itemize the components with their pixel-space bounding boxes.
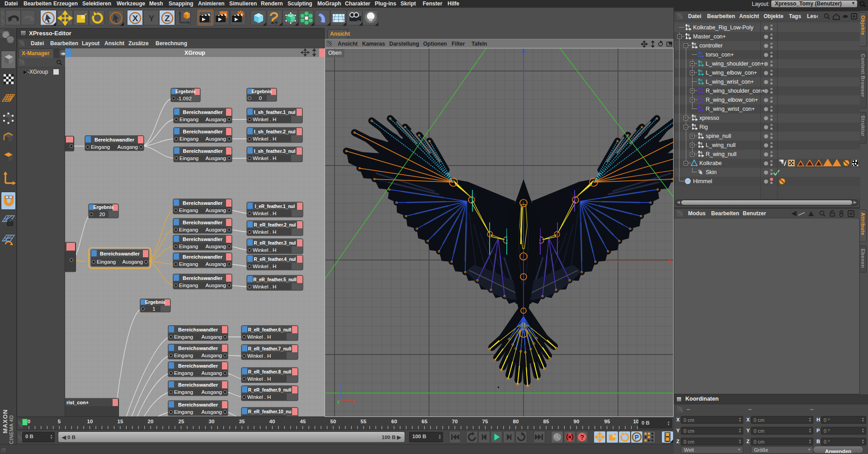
- svg-text:R_eR_feather.5_null: R_eR_feather.5_null: [253, 277, 297, 282]
- svg-text:R_eR_feather.4_nul: R_eR_feather.4_nul: [254, 257, 296, 262]
- svg-text:Ausgang: Ausgang: [206, 283, 226, 288]
- svg-text:X: X: [132, 14, 138, 23]
- svg-text:Ausgang: Ausgang: [206, 117, 226, 122]
- svg-text:Ausgang: Ausgang: [206, 156, 226, 161]
- svg-text:0: 0: [688, 24, 690, 28]
- svg-text:R_eR_feather.8_null: R_eR_feather.8_null: [248, 369, 292, 374]
- svg-text:65: 65: [422, 419, 428, 424]
- svg-text:Ausgang: Ausgang: [202, 353, 222, 358]
- svg-text:Eingang: Eingang: [174, 334, 193, 340]
- svg-text:1: 1: [152, 306, 155, 312]
- svg-text:Eingang: Eingang: [91, 144, 110, 150]
- svg-text:Bereichswandler: Bereichswandler: [100, 251, 140, 256]
- svg-text:Winkel . H: Winkel . H: [253, 136, 276, 142]
- svg-text:75: 75: [482, 419, 488, 424]
- svg-text:l_sh_feather.3_nul: l_sh_feather.3_nul: [254, 148, 296, 154]
- svg-text:-1.092: -1.092: [177, 96, 192, 101]
- svg-text:Bereichswandler: Bereichswandler: [183, 254, 223, 260]
- svg-text:Winkel . H: Winkel . H: [253, 247, 276, 253]
- svg-text:35: 35: [239, 419, 245, 424]
- svg-text:25: 25: [179, 419, 184, 424]
- svg-text:R_eR_feather.6_null: R_eR_feather.6_null: [248, 327, 292, 332]
- svg-text:95: 95: [604, 419, 610, 424]
- svg-text:R_eR_feather.7_null: R_eR_feather.7_null: [248, 346, 292, 351]
- svg-text:Eingang: Eingang: [179, 261, 198, 267]
- svg-text:Winkel . H: Winkel . H: [247, 376, 271, 382]
- svg-text:40: 40: [269, 419, 275, 424]
- svg-text:0: 0: [28, 419, 30, 424]
- svg-text:70: 70: [452, 419, 458, 424]
- svg-text:Bereichswandler: Bereichswandler: [94, 137, 135, 142]
- svg-text:Ausgang: Ausgang: [202, 370, 222, 376]
- svg-text:0: 0: [701, 61, 703, 64]
- svg-text:Winkel . H: Winkel . H: [253, 284, 276, 289]
- svg-text:Eingang: Eingang: [179, 117, 198, 122]
- svg-text:Bereichswandler: Bereichswandler: [178, 363, 218, 369]
- svg-text:l_eR_feather.1_nul: l_eR_feather.1_nul: [255, 204, 295, 209]
- svg-text:Eingang: Eingang: [179, 244, 198, 249]
- svg-text:Winkel . H: Winkel . H: [253, 211, 276, 216]
- svg-text:Bereichswandler: Bereichswandler: [178, 345, 218, 351]
- svg-text:0: 0: [701, 70, 703, 73]
- svg-text:Bereichswandler: Bereichswandler: [183, 275, 223, 281]
- svg-text:0: 0: [259, 95, 262, 101]
- svg-text:85: 85: [543, 419, 549, 424]
- svg-text:?: ?: [580, 433, 584, 441]
- svg-text:Eingang: Eingang: [179, 208, 198, 213]
- svg-text:Ausgang: Ausgang: [206, 136, 226, 142]
- svg-text:0: 0: [701, 106, 703, 109]
- svg-text:Eingang: Eingang: [174, 389, 193, 395]
- svg-text:0: 0: [701, 151, 703, 154]
- svg-text:Ausgang: Ausgang: [206, 208, 226, 213]
- svg-text:Eingang: Eingang: [174, 409, 193, 415]
- svg-text:55: 55: [361, 419, 367, 424]
- svg-text:Ergebnis: Ergebnis: [145, 299, 165, 305]
- svg-text:Y: Y: [149, 14, 155, 23]
- svg-text:R_eR_feather.9_null: R_eR_feather.9_null: [248, 388, 292, 393]
- svg-text:Winkel . H: Winkel . H: [247, 394, 271, 400]
- svg-text:Z: Z: [165, 14, 170, 23]
- svg-text:Eingang: Eingang: [97, 259, 116, 265]
- svg-text:Z: Z: [339, 384, 342, 389]
- svg-text:Winkel . H: Winkel . H: [247, 416, 271, 416]
- svg-text:Ergebnis: Ergebnis: [252, 89, 272, 94]
- svg-text:Winkel . H: Winkel . H: [253, 229, 276, 235]
- svg-text:0: 0: [701, 88, 703, 91]
- svg-text:Bereichswandler: Bereichswandler: [183, 236, 223, 242]
- svg-text:30: 30: [209, 419, 215, 424]
- svg-text:10: 10: [87, 419, 93, 424]
- svg-text:Ausgang: Ausgang: [206, 244, 226, 249]
- svg-text:l_sh_feather.2_nul: l_sh_feather.2_nul: [254, 129, 296, 134]
- svg-text:rist_con+: rist_con+: [66, 400, 89, 405]
- svg-text:Winkel . H: Winkel . H: [253, 156, 276, 161]
- svg-text:50: 50: [330, 419, 336, 424]
- svg-text:90: 90: [574, 419, 580, 424]
- svg-text:0: 0: [694, 43, 696, 46]
- svg-text:R_eR_feather.2_nul: R_eR_feather.2_nul: [254, 222, 296, 227]
- svg-text:Ausgang: Ausgang: [202, 334, 222, 340]
- svg-text:Winkel . H: Winkel . H: [253, 264, 276, 269]
- svg-text:Ausgang: Ausgang: [123, 259, 143, 265]
- svg-text:Bereichswandler: Bereichswandler: [183, 200, 223, 206]
- svg-text:Bereichswandler: Bereichswandler: [178, 382, 218, 388]
- svg-text:Eingang: Eingang: [179, 136, 198, 142]
- svg-text:R_eR_feather.3_nul: R_eR_feather.3_nul: [254, 241, 296, 246]
- svg-text:Winkel . H: Winkel . H: [253, 117, 276, 122]
- svg-text:45: 45: [300, 419, 306, 424]
- svg-text:0: 0: [701, 79, 703, 82]
- svg-text:Bereichswandler: Bereichswandler: [183, 220, 223, 225]
- svg-text:0: 0: [701, 52, 703, 55]
- svg-text:Bereichswandler: Bereichswandler: [183, 109, 223, 115]
- svg-text:15: 15: [118, 419, 123, 424]
- svg-text:60: 60: [392, 419, 397, 424]
- svg-text:Eingang: Eingang: [174, 353, 193, 358]
- svg-text:Ausgang: Ausgang: [202, 409, 222, 415]
- svg-text:Y: Y: [337, 400, 340, 405]
- svg-text:P: P: [635, 434, 639, 441]
- svg-text:Ausgang: Ausgang: [206, 261, 226, 267]
- svg-text:Ausgang: Ausgang: [202, 389, 222, 395]
- svg-text:XGroup: XGroup: [184, 50, 205, 56]
- svg-text:0: 0: [701, 142, 703, 145]
- svg-text:20: 20: [148, 419, 154, 424]
- svg-text:0: 0: [701, 97, 703, 100]
